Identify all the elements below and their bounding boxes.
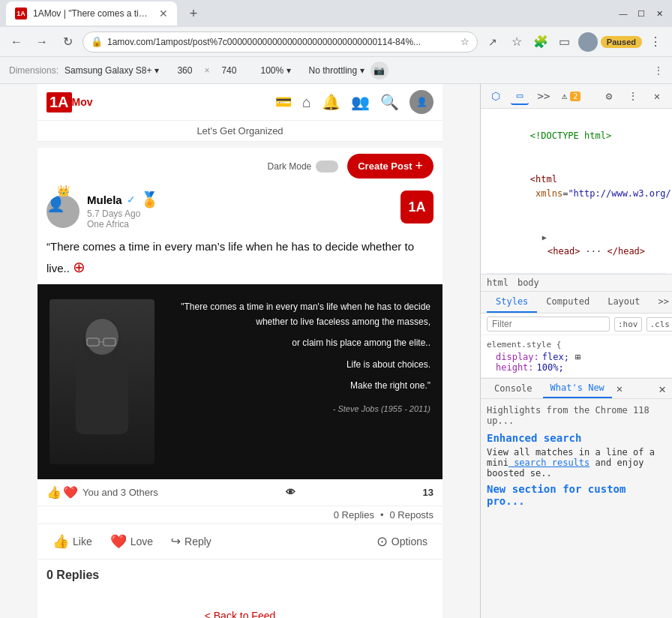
zoom-chevron-icon: ▾ bbox=[286, 65, 291, 76]
like-button[interactable]: 👍 Like bbox=[44, 527, 101, 556]
new-tab-button[interactable]: + bbox=[183, 3, 204, 24]
display-val: flex; bbox=[542, 352, 569, 362]
author-name: Mulela bbox=[87, 194, 122, 206]
elements-icon[interactable]: ▭ bbox=[511, 87, 529, 105]
menu-button[interactable]: ⋮ bbox=[645, 32, 666, 52]
element-style-header: element.style { bbox=[487, 340, 666, 350]
image-portrait bbox=[50, 299, 154, 464]
group-icon[interactable]: 👥 bbox=[351, 93, 370, 111]
post-actions: 👍 Like ❤️ Love ↩ Reply ⊙ Options bbox=[38, 524, 442, 560]
toggle-switch[interactable] bbox=[316, 160, 338, 172]
profile-avatar[interactable] bbox=[578, 32, 598, 52]
tab-console[interactable]: Console bbox=[487, 380, 540, 398]
tab-favicon: 1A bbox=[15, 8, 27, 20]
tab-whats-new[interactable]: What's New bbox=[543, 379, 612, 398]
html-line-1: <!DOCTYPE html> bbox=[487, 115, 666, 158]
search-icon[interactable]: 🔍 bbox=[380, 93, 399, 111]
back-to-feed: < Back to Feed bbox=[38, 600, 442, 619]
options-button[interactable]: ⊙ Options bbox=[368, 527, 436, 556]
reply-button[interactable]: ↩ Reply bbox=[162, 528, 220, 554]
back-button[interactable]: ← bbox=[6, 32, 27, 52]
warning-icon: ⚠️ bbox=[562, 91, 567, 101]
views-icon: 👁 bbox=[286, 487, 296, 498]
width-input[interactable] bbox=[171, 65, 198, 76]
breadcrumb-html[interactable]: html bbox=[487, 278, 508, 288]
reposts-count: 0 Reposts bbox=[389, 509, 434, 520]
breadcrumb-body[interactable]: body bbox=[518, 278, 539, 288]
html-open-tag: <html bbox=[530, 174, 557, 184]
throttle-selector[interactable]: No throttling ▾ bbox=[309, 65, 364, 76]
whats-new-close-icon[interactable]: ✕ bbox=[616, 382, 622, 394]
love-button[interactable]: ❤️ Love bbox=[101, 527, 162, 556]
post-action-icon: 1A bbox=[408, 200, 425, 215]
throttle-value: No throttling bbox=[309, 65, 358, 76]
options-icon: ⊙ bbox=[376, 533, 388, 550]
cls-button[interactable]: .cls bbox=[646, 317, 673, 332]
sidebar-icon[interactable]: ▭ bbox=[554, 32, 575, 52]
tab-title: 1AMov | "There comes a time in bbox=[33, 8, 153, 19]
home-icon[interactable]: ⌂ bbox=[302, 94, 311, 111]
post-stats: 👍 ❤️ You and 3 Others 👁 13 bbox=[38, 479, 442, 506]
devtools-panel: ⬡ ▭ >> ⚠️ 2 ⚙ ⋮ ✕ <!DOCTYPE html> <html … bbox=[480, 84, 672, 618]
post-author: 👑 👤 Mulela ✓ 🏅 5.7 Days Ago One Africa bbox=[38, 184, 442, 236]
address-bar[interactable]: 🔒 1amov.com/1ampost/post%7c0000000000000… bbox=[82, 32, 478, 52]
bottom-tabs: Console What's New ✕ ✕ bbox=[481, 379, 672, 399]
device-selector[interactable]: Samsung Galaxy S8+ ▾ bbox=[64, 65, 159, 76]
devtools-settings-icon[interactable]: ⚙ bbox=[600, 87, 618, 105]
author-avatar[interactable]: 👤 bbox=[46, 195, 80, 228]
site-nav: 1A Mov 💳 ⌂ 🔔 👥 🔍 👤 bbox=[38, 84, 442, 121]
more-panels-icon[interactable]: >> bbox=[535, 87, 553, 105]
tab-close-button[interactable]: ✕ bbox=[159, 8, 168, 20]
expand-post-icon[interactable]: ⊕ bbox=[73, 259, 86, 275]
highlights-text: Highlights from the Chrome 118 up... bbox=[487, 405, 666, 426]
capture-icon[interactable]: 📷 bbox=[370, 62, 388, 80]
crown-icon: 👑 bbox=[57, 184, 70, 196]
minimize-button[interactable]: — bbox=[616, 7, 630, 20]
post-action-button[interactable]: 1A bbox=[400, 190, 434, 224]
devtools-menu-icon[interactable]: ⋮ bbox=[624, 87, 642, 105]
maximize-button[interactable]: ☐ bbox=[634, 7, 648, 20]
dark-mode-toggle[interactable]: Dark Mode bbox=[268, 160, 339, 172]
html-head-line[interactable]: ▶ <head> ··· </head> bbox=[487, 215, 666, 273]
bookmark-star-icon[interactable]: ☆ bbox=[506, 32, 527, 52]
close-button[interactable]: ✕ bbox=[652, 7, 666, 20]
replies-count: 0 Replies bbox=[334, 509, 374, 520]
bell-icon[interactable]: 🔔 bbox=[322, 93, 340, 111]
devtools-html-panel: <!DOCTYPE html> <html xmlns="http://www.… bbox=[481, 109, 672, 274]
share-icon[interactable]: ↗ bbox=[482, 32, 503, 52]
site-logo: 1A Mov bbox=[46, 92, 93, 112]
quote-line2: or claim his place among the elite.. bbox=[166, 335, 430, 350]
bookmark-icon[interactable]: ☆ bbox=[460, 36, 470, 47]
logo-suffix: Mov bbox=[72, 96, 93, 108]
tab-more-styles[interactable]: >> bbox=[650, 292, 672, 313]
tab-styles[interactable]: Styles bbox=[487, 292, 537, 313]
refresh-button[interactable]: ↻ bbox=[57, 32, 78, 52]
grid-display-icon[interactable]: ⊞ bbox=[575, 352, 580, 362]
wallet-icon[interactable]: 💳 bbox=[275, 94, 292, 110]
close-bottom-panel-icon[interactable]: ✕ bbox=[658, 382, 666, 396]
back-to-feed-link[interactable]: < Back to Feed bbox=[205, 610, 276, 619]
create-post-button[interactable]: Create Post + bbox=[347, 154, 434, 178]
devtools-bottom-panel: Console What's New ✕ ✕ Highlights from t… bbox=[481, 378, 672, 618]
styles-filter-input[interactable] bbox=[487, 316, 610, 332]
hover-state-button[interactable]: :hov bbox=[614, 317, 642, 332]
nav-avatar[interactable]: 👤 bbox=[410, 90, 434, 114]
height-input[interactable] bbox=[215, 65, 242, 76]
devtools-close-icon[interactable]: ✕ bbox=[648, 87, 666, 105]
tab-layout[interactable]: Layout bbox=[598, 292, 649, 313]
author-name-row: Mulela ✓ 🏅 bbox=[87, 190, 393, 208]
times-icon: × bbox=[204, 65, 209, 76]
tab-computed[interactable]: Computed bbox=[537, 292, 598, 313]
more-icon[interactable]: ⋮ bbox=[654, 65, 663, 76]
post-card: Dark Mode Create Post + 👑 👤 bbox=[38, 148, 442, 618]
bottom-content: Highlights from the Chrome 118 up... Enh… bbox=[481, 399, 672, 513]
extensions-icon[interactable]: 🧩 bbox=[530, 32, 551, 52]
collapse-head-icon: ▶ bbox=[542, 233, 547, 242]
plus-icon: + bbox=[415, 158, 423, 174]
forward-button[interactable]: → bbox=[32, 32, 52, 52]
quote-line1: "There comes a time in every man's life … bbox=[166, 299, 430, 330]
zoom-selector[interactable]: 100% ▾ bbox=[260, 65, 290, 76]
browser-tab[interactable]: 1A 1AMov | "There comes a time in ✕ bbox=[6, 2, 177, 26]
inspect-icon[interactable]: ⬡ bbox=[487, 87, 505, 105]
style-display-prop: display: flex; ⊞ bbox=[487, 352, 666, 362]
